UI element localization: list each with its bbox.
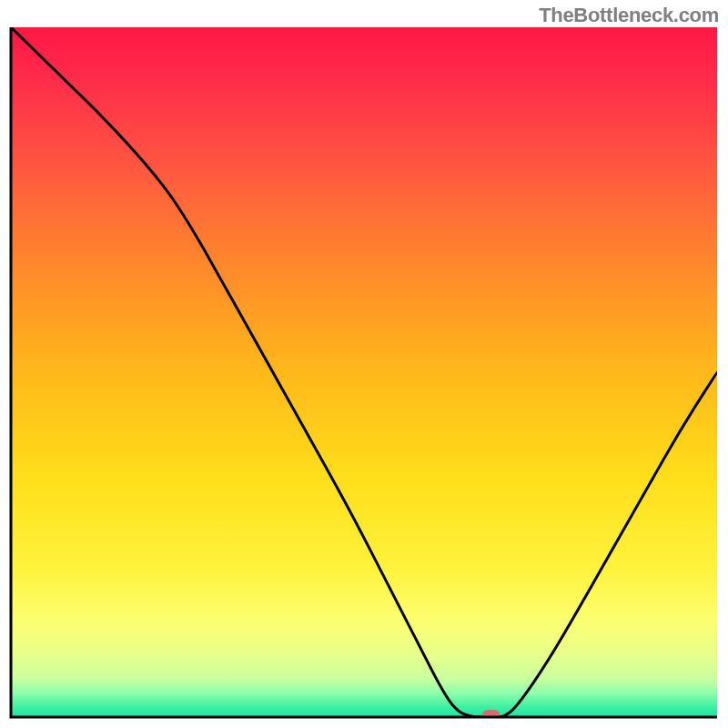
bottleneck-chart	[0, 0, 728, 728]
optimal-marker	[482, 710, 500, 721]
chart-container: TheBottleneck.com	[0, 0, 728, 728]
